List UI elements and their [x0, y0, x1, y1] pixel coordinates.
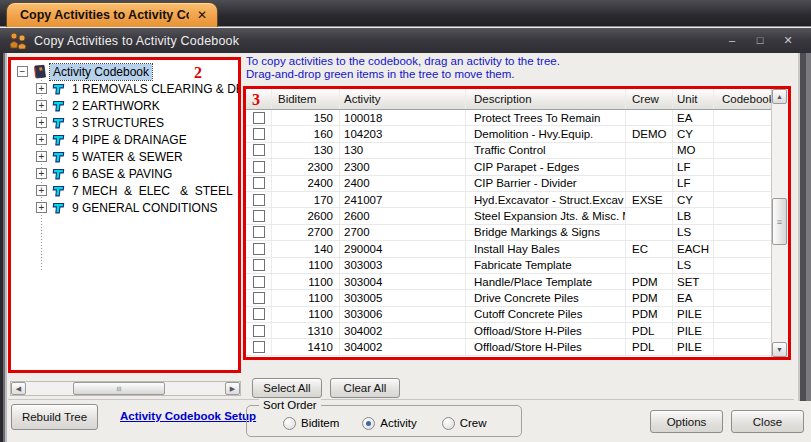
- row-checkbox[interactable]: [253, 325, 265, 337]
- radio-button-icon[interactable]: [362, 417, 375, 430]
- tab-close-icon[interactable]: ✕: [197, 8, 207, 22]
- row-checkbox[interactable]: [253, 308, 265, 320]
- clear-all-button[interactable]: Clear All: [330, 378, 400, 398]
- table-row[interactable]: 2300 2300 CIP Parapet - Edges LF: [246, 159, 788, 175]
- codebook-setup-link[interactable]: Activity Codebook Setup: [120, 410, 256, 422]
- checkbox-cell: [246, 192, 272, 207]
- unit-cell: CY: [673, 126, 714, 141]
- table-row[interactable]: 2400 2400 CIP Barrier - Divider LF: [246, 176, 788, 192]
- crew-cell: [626, 159, 673, 174]
- expand-plus-icon[interactable]: +: [36, 151, 47, 162]
- expand-plus-icon[interactable]: +: [36, 134, 47, 145]
- window-title: Copy Activities to Activity Codebook: [34, 34, 239, 48]
- expand-plus-icon[interactable]: +: [36, 168, 47, 179]
- rebuild-tree-button[interactable]: Rebuild Tree: [11, 404, 98, 430]
- scroll-left-button[interactable]: ◀: [11, 382, 26, 395]
- close-button[interactable]: ✕: [781, 34, 795, 47]
- tree-horizontal-scrollbar[interactable]: ◀ ▶ ≡: [10, 381, 241, 396]
- sort-radio-option[interactable]: Biditem: [283, 417, 362, 430]
- codebook-cell: [714, 110, 771, 125]
- tree-item[interactable]: + 1 REMOVALS CLEARING & DEM: [11, 80, 238, 97]
- activity-type-icon: [51, 115, 67, 131]
- expand-plus-icon[interactable]: +: [36, 117, 47, 128]
- table-row[interactable]: 160 104203 Demolition - Hvy.Equip. DEMO …: [246, 126, 788, 142]
- table-row[interactable]: 2700 2700 Bridge Markings & Signs LS: [246, 225, 788, 241]
- biditem-cell: 2600: [272, 208, 340, 223]
- tree-item-label: 5 WATER & SEWER: [69, 149, 186, 165]
- table-row[interactable]: 1410 304002 Offload/Store H-Piles PDL PI…: [246, 339, 788, 355]
- table-row[interactable]: 130 130 Traffic Control MO: [246, 143, 788, 159]
- col-header-codebook[interactable]: Codebook ...: [714, 89, 771, 109]
- expand-plus-icon[interactable]: +: [36, 100, 47, 111]
- expand-plus-icon[interactable]: +: [36, 83, 47, 94]
- radio-button-icon[interactable]: [442, 417, 455, 430]
- unit-cell: PILE: [673, 307, 714, 322]
- table-vertical-scrollbar[interactable]: ▲ ▼ ≡: [771, 89, 788, 357]
- options-button[interactable]: Options: [650, 410, 723, 433]
- tree-item[interactable]: + 5 WATER & SEWER: [11, 148, 238, 165]
- checkbox-cell: [246, 241, 272, 256]
- col-header-activity[interactable]: Activity: [340, 89, 466, 109]
- table-row[interactable]: 1100 303003 Fabricate Template LS: [246, 258, 788, 274]
- col-header-description[interactable]: Description: [466, 89, 626, 109]
- close-dialog-button[interactable]: Close: [731, 410, 804, 433]
- titlebar: Copy Activities to Activity Codebook – □…: [0, 28, 811, 53]
- row-checkbox[interactable]: [253, 226, 265, 238]
- scroll-right-button[interactable]: ▶: [225, 382, 240, 395]
- row-checkbox[interactable]: [253, 112, 265, 124]
- table-row[interactable]: 2600 2600 Steel Expansion Jts. & Misc. M…: [246, 208, 788, 224]
- tree-item[interactable]: + 3 STRUCTURES: [11, 114, 238, 131]
- tab-bar: Copy Activities to Activity Code... ✕: [0, 0, 811, 27]
- scroll-up-button[interactable]: ▲: [772, 89, 787, 104]
- tree-item[interactable]: + 7 MECH & ELEC & STEEL: [11, 182, 238, 199]
- scroll-down-button[interactable]: ▼: [772, 342, 787, 357]
- table-row[interactable]: 1310 304002 Offload/Store H-Piles PDL PI…: [246, 323, 788, 339]
- table-row[interactable]: 1100 303005 Drive Concrete Piles PDM EA: [246, 290, 788, 306]
- row-checkbox[interactable]: [253, 292, 265, 304]
- collapse-minus-icon[interactable]: −: [17, 66, 28, 77]
- instructions-line-2: Drag-and-drop green items in the tree to…: [246, 68, 560, 81]
- crew-cell: [626, 110, 673, 125]
- biditem-cell: 150: [272, 110, 340, 125]
- biditem-cell: 170: [272, 192, 340, 207]
- table-row[interactable]: 1100 303004 Handle/Place Template PDM SE…: [246, 274, 788, 290]
- vertical-scroll-thumb[interactable]: ≡: [772, 198, 787, 245]
- select-all-button[interactable]: Select All: [252, 378, 322, 398]
- expand-plus-icon[interactable]: +: [36, 202, 47, 213]
- row-checkbox[interactable]: [253, 276, 265, 288]
- maximize-button[interactable]: □: [753, 34, 767, 47]
- expand-plus-icon[interactable]: +: [36, 185, 47, 196]
- tree-item[interactable]: + 4 PIPE & DRAINAGE: [11, 131, 238, 148]
- row-checkbox[interactable]: [253, 161, 265, 173]
- row-checkbox[interactable]: [253, 341, 265, 353]
- horizontal-scroll-thumb[interactable]: ≡: [73, 382, 165, 395]
- table-row[interactable]: 140 290004 Install Hay Bales EC EACH: [246, 241, 788, 257]
- tab-copy-activities[interactable]: Copy Activities to Activity Code... ✕: [6, 2, 218, 27]
- tree-root-item[interactable]: − Activity Codebook: [11, 63, 238, 80]
- row-checkbox[interactable]: [253, 128, 265, 140]
- col-header-crew[interactable]: Crew: [626, 89, 673, 109]
- row-checkbox[interactable]: [253, 210, 265, 222]
- row-checkbox[interactable]: [253, 259, 265, 271]
- unit-cell: LF: [673, 159, 714, 174]
- row-checkbox[interactable]: [253, 194, 265, 206]
- tree-item[interactable]: + 2 EARTHWORK: [11, 97, 238, 114]
- col-header-unit[interactable]: Unit: [673, 89, 714, 109]
- row-checkbox[interactable]: [253, 177, 265, 189]
- sort-radio-option[interactable]: Crew: [442, 417, 521, 430]
- col-header-biditem[interactable]: Biditem: [272, 89, 340, 109]
- row-checkbox[interactable]: [253, 243, 265, 255]
- table-row[interactable]: 1100 303006 Cutoff Concrete Piles PDM PI…: [246, 307, 788, 323]
- row-checkbox[interactable]: [253, 144, 265, 156]
- unit-cell: LS: [673, 225, 714, 240]
- table-row[interactable]: 150 100018 Protect Trees To Remain EA: [246, 110, 788, 126]
- table-row[interactable]: 170 241007 Hyd.Excavator - Struct.Excav …: [246, 192, 788, 208]
- radio-button-icon[interactable]: [283, 417, 296, 430]
- sort-radio-option[interactable]: Activity: [362, 417, 441, 430]
- codebook-cell: [714, 307, 771, 322]
- activity-type-icon: [51, 166, 67, 182]
- tree-item[interactable]: + 9 GENERAL CONDITIONS: [11, 199, 238, 216]
- tree-item-label: 6 BASE & PAVING: [69, 166, 175, 182]
- minimize-button[interactable]: –: [725, 34, 739, 47]
- tree-item[interactable]: + 6 BASE & PAVING: [11, 165, 238, 182]
